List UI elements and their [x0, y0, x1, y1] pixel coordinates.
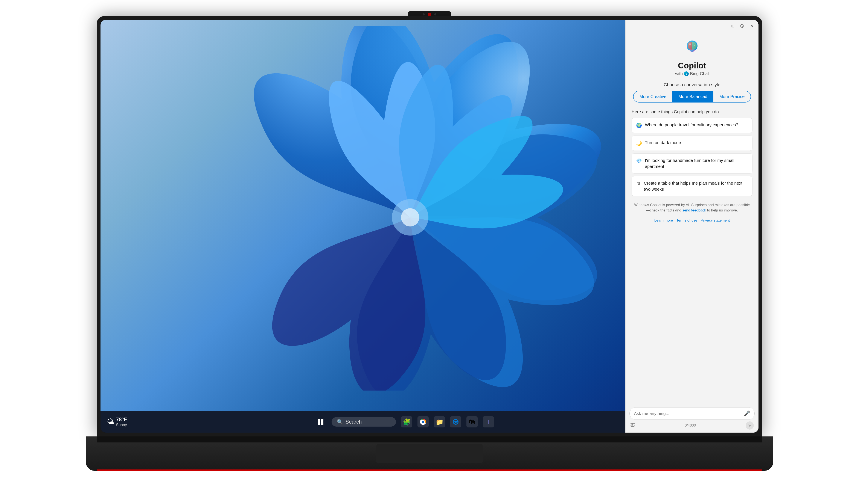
suggestion-icon-meals: 🗓 [636, 180, 641, 187]
weather-icon: 🌤 [107, 418, 114, 426]
taskbar-center: 🔍 Search 🧩 📁 [129, 416, 679, 428]
privacy-link[interactable]: Privacy statement [701, 218, 730, 223]
taskbar-icon-widgets[interactable]: 🧩 [401, 416, 412, 427]
copilot-input-footer: 🖼 0/4000 ➤ [630, 420, 755, 429]
suggestion-icon-furniture: 💎 [636, 158, 642, 164]
subtitle-brand: Bing Chat [690, 71, 709, 76]
windows-bloom [217, 26, 603, 391]
microphone-icon[interactable]: 🎤 [744, 410, 750, 416]
bing-logo: b [684, 72, 689, 76]
copilot-main-content: Copilot with b Bing Chat Choose a conver… [626, 32, 758, 404]
suggestion-item-furniture[interactable]: 💎 I'm looking for handmade furniture for… [632, 153, 753, 173]
style-precise-button[interactable]: More Precise [713, 91, 751, 102]
copilot-close-button[interactable]: ✕ [748, 22, 755, 30]
suggestion-text-darkmode: Turn on dark mode [645, 140, 681, 146]
copilot-history-button[interactable] [738, 22, 746, 30]
suggestion-item-darkmode[interactable]: 🌙 Turn on dark mode [632, 136, 753, 151]
copilot-input-area: 🎤 🖼 0/4000 ➤ [626, 404, 758, 432]
taskbar-icon-teams[interactable]: T [483, 416, 494, 427]
weather-desc: Sunny [116, 423, 127, 427]
red-stripe-accent [97, 470, 762, 471]
disclaimer-text: Windows Copilot is powered by AI. Surpri… [632, 199, 753, 217]
suggestion-text-meals: Create a table that helps me plan meals … [644, 180, 748, 192]
style-buttons: More Creative More Balanced More Precise [633, 91, 751, 103]
copilot-panel: — ⊞ ✕ [626, 20, 758, 432]
conversation-style-label: Choose a conversation style [664, 82, 721, 87]
disclaimer-links: Learn more Terms of use Privacy statemen… [654, 218, 730, 223]
suggestion-icon-darkmode: 🌙 [636, 140, 642, 147]
camera-sensor-right [434, 13, 436, 15]
svg-point-1 [401, 208, 419, 226]
laptop-trackpad[interactable] [376, 444, 483, 463]
char-count: 0/4000 [685, 423, 696, 428]
svg-point-6 [694, 45, 695, 46]
style-balanced-button[interactable]: More Balanced [673, 91, 713, 102]
suggestion-item-culinary[interactable]: 🌍 Where do people travel for culinary ex… [632, 118, 753, 133]
suggestion-item-meals[interactable]: 🗓 Create a table that helps me plan meal… [632, 176, 753, 196]
taskbar-icon-chrome[interactable] [418, 416, 428, 427]
taskbar-icon-files[interactable]: 📁 [434, 416, 445, 427]
svg-point-5 [689, 43, 691, 46]
weather-temp: 78°F [116, 416, 127, 423]
laptop-base [86, 437, 773, 471]
copilot-title: Copilot [678, 61, 706, 70]
copilot-logo [682, 38, 702, 58]
taskbar-icon-store[interactable]: 🛍 [466, 416, 478, 427]
disclaimer-feedback-link[interactable]: send feedback [682, 208, 706, 212]
taskbar-search-label: Search [345, 419, 362, 425]
suggestion-text-furniture: I'm looking for handmade furniture for m… [645, 157, 748, 170]
copilot-minimize-button[interactable]: — [719, 22, 727, 30]
subtitle-prefix: with [675, 71, 683, 76]
copilot-input-box: 🎤 [630, 407, 755, 420]
camera-lens [428, 13, 431, 16]
send-button[interactable]: ➤ [745, 422, 754, 429]
copilot-grid-button[interactable]: ⊞ [729, 22, 737, 30]
image-icon[interactable]: 🖼 [630, 423, 635, 428]
screen: 🌤 78°F Sunny [101, 20, 758, 432]
suggestions-header: Here are some things Copilot can help yo… [632, 109, 719, 114]
style-creative-button[interactable]: More Creative [633, 91, 673, 102]
learn-more-link[interactable]: Learn more [654, 218, 673, 223]
copilot-text-input[interactable] [634, 411, 741, 416]
taskbar-icon-edge[interactable] [450, 416, 461, 427]
suggestion-text-culinary: Where do people travel for culinary expe… [645, 122, 738, 128]
taskbar-search-icon: 🔍 [337, 419, 343, 425]
start-button[interactable] [314, 416, 327, 428]
camera-sensor-left [423, 13, 425, 15]
svg-point-3 [422, 421, 424, 423]
taskbar-search[interactable]: 🔍 Search [332, 417, 396, 427]
copilot-titlebar: — ⊞ ✕ [626, 20, 758, 32]
suggestion-icon-culinary: 🌍 [636, 122, 642, 129]
copilot-subtitle: with b Bing Chat [675, 71, 709, 76]
terms-link[interactable]: Terms of use [676, 218, 697, 223]
screen-bezel: 🌤 78°F Sunny [101, 20, 758, 432]
laptop-hinge [97, 437, 762, 442]
laptop: 🌤 78°F Sunny [86, 16, 773, 488]
laptop-lid: 🌤 78°F Sunny [97, 16, 762, 437]
history-icon [740, 24, 744, 28]
taskbar-weather[interactable]: 🌤 78°F Sunny [107, 416, 127, 427]
